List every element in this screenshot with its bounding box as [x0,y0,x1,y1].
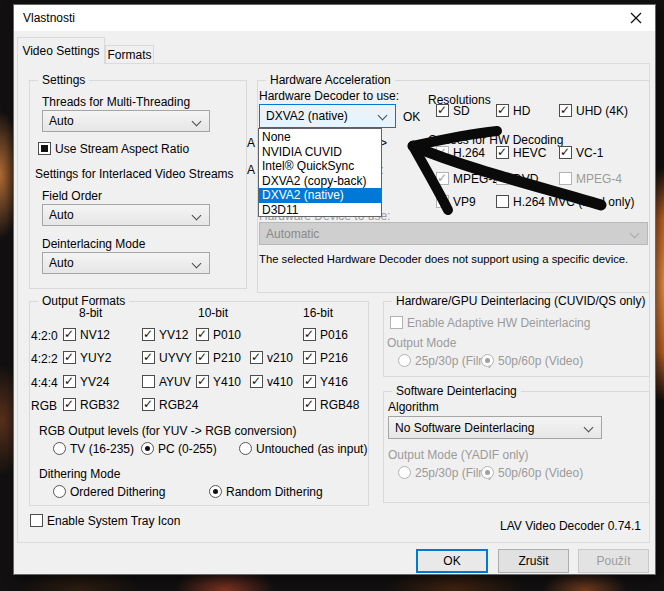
checkbox-box [63,398,76,411]
checkbox-box [436,146,449,159]
yadif-output-mode-label: Output Mode (YADIF only) [388,448,529,462]
col-header-10bit: 10-bit [198,306,228,320]
radio-circle [481,354,494,367]
row-label-rgb: RGB [31,399,57,413]
checkbox-box [303,328,316,341]
dropdown-item-intel-quicksync[interactable]: Intel® QuickSync [259,159,381,174]
chevron-down-icon [192,211,202,221]
tab-formats[interactable]: Formats [105,45,154,64]
window-title: Vlastnosti [23,5,75,31]
checkbox-box [196,375,209,388]
row-label-422: 4:2:2 [31,352,58,366]
checkbox-box [303,375,316,388]
threads-value: Auto [49,114,74,128]
hw-decoder-dropdown-list: None NVIDIA CUVID Intel® QuickSync DXVA2… [258,128,382,217]
dropdown-item-dxva2-native[interactable]: DXVA2 (native) [259,188,381,203]
checkbox-box [38,142,51,155]
col-header-8bit: 8-bit [79,306,102,320]
checkbox-box [142,328,155,341]
radio-circle [398,354,411,367]
dropdown-item-dxva2-copy-back[interactable]: DXVA2 (copy-back) [259,174,381,189]
checkbox-box [142,375,155,388]
tab-video-settings[interactable]: Video Settings [17,37,105,64]
chevron-down-icon [192,259,202,269]
field-order-label: Field Order [42,189,102,203]
hw-output-mode-label: Output Mode [387,336,456,350]
checkbox-box [196,351,209,364]
checkbox-box [496,146,509,159]
checkbox-box [303,351,316,364]
rgb-levels-label: RGB Output levels (for YUV -> RGB conver… [39,424,297,438]
algorithm-label: Algorithm [388,400,439,414]
checkbox-box [63,328,76,341]
deinterlacing-mode-combobox[interactable]: Auto [42,252,210,274]
radio-circle [398,466,411,479]
close-icon [630,12,642,24]
algorithm-value: No Software Deinterlacing [395,421,534,435]
radio-circle [53,442,66,455]
chevron-down-icon [378,111,388,121]
algorithm-combobox[interactable]: No Software Deinterlacing [388,416,602,439]
dropdown-item-none[interactable]: None [259,130,381,145]
checkbox-box [559,104,572,117]
dithering-mode-label: Dithering Mode [39,467,120,481]
hw-device-note: The selected Hardware Decoder does not s… [259,253,628,265]
ok-button[interactable]: OK [416,549,488,573]
codecs-label: Codecs for HW Decoding [428,133,563,147]
obscured-text-fragment: A [247,163,255,177]
radio-circle [53,485,66,498]
settings-group-title: Settings [38,73,89,87]
field-order-value: Auto [49,208,74,222]
apply-button: Použít [578,549,649,573]
properties-dialog: Vlastnosti Video Settings Formats Settin… [13,4,656,575]
checkbox-box [559,172,572,185]
hw-decoder-value: DXVA2 (native) [266,109,348,123]
checkbox-box [390,316,403,329]
checkbox-box [303,398,316,411]
dropdown-item-d3d11[interactable]: D3D11 [259,203,381,218]
field-order-combobox[interactable]: Auto [42,204,210,226]
checkbox-box [142,398,155,411]
checkbox-box [496,172,509,185]
close-button[interactable] [620,5,652,31]
hw-decoder-combobox[interactable]: DXVA2 (native) [259,104,396,128]
checkbox-box [196,328,209,341]
checkbox-box [436,195,449,208]
checkbox-box [63,375,76,388]
version-text: LAV Video Decoder 0.74.1 [394,519,641,533]
hardware-acceleration-group-title: Hardware Acceleration [266,73,395,87]
deinterlacing-mode-value: Auto [49,256,74,270]
checkbox-box [436,172,449,185]
checkbox-box [63,351,76,364]
checkbox-box [30,514,43,527]
checkbox-box [250,351,263,364]
radio-circle [239,442,252,455]
checkbox-box [142,351,155,364]
checkbox-box [250,375,263,388]
row-label-444: 4:4:4 [31,376,58,390]
radio-circle [481,466,494,479]
threads-combobox[interactable]: Auto [42,110,210,132]
radio-circle [141,442,154,455]
titlebar: Vlastnosti [14,5,655,31]
hw-device-value: Automatic [266,227,319,241]
hw-decoder-status: OK [403,110,420,124]
col-header-16bit: 16-bit [303,306,333,320]
threads-label: Threads for Multi-Threading [42,95,190,109]
checkbox-box [496,195,509,208]
radio-circle [209,485,222,498]
sw-deinterlacing-group-title: Software Deinterlacing [392,384,521,398]
chevron-down-icon [584,423,594,433]
checkbox-box [496,104,509,117]
dropdown-item-nvidia-cuvid[interactable]: NVIDIA CUVID [259,145,381,160]
cancel-button[interactable]: Zrušit [498,549,569,573]
checkbox-box [559,146,572,159]
deinterlacing-mode-label: Deinterlacing Mode [42,237,145,251]
hw-deinterlacing-group-title: Hardware/GPU Deinterlacing (CUVID/QS onl… [392,294,649,308]
hw-device-combobox: Automatic [259,222,648,245]
obscured-text-fragment: A [247,136,255,150]
row-label-420: 4:2:0 [31,329,58,343]
chevron-down-icon [192,117,202,127]
chevron-down-icon [630,229,640,239]
checkbox-box [436,104,449,117]
